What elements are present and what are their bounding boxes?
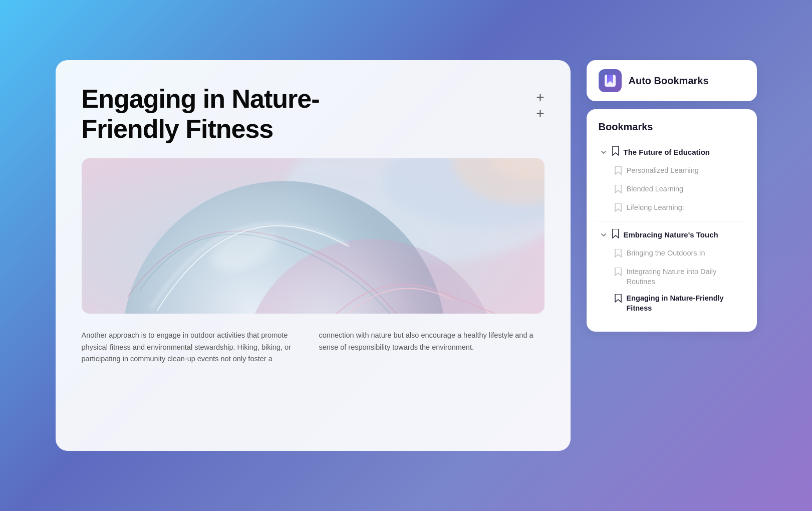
bookmarks-panel-title: Bookmarks	[597, 121, 747, 133]
personalized-learning-label: Personalized Learning	[627, 166, 699, 176]
bookmark-group-nature-header[interactable]: Embracing Nature's Touch	[597, 224, 747, 245]
lifelong-learning-label: Lifelong Learning:	[627, 203, 684, 213]
education-group-label: The Future of Education	[624, 148, 710, 156]
app-icon	[599, 69, 622, 92]
nature-group-label: Embracing Nature's Touch	[624, 230, 718, 239]
card-header: Engaging in Nature-Friendly Fitness + +	[82, 84, 545, 144]
plus-icon-2[interactable]: +	[536, 106, 544, 120]
bookmark-ribbon-icon	[612, 146, 620, 158]
bookmark-item-lifelong-learning[interactable]: Lifelong Learning:	[597, 199, 747, 218]
auto-bookmarks-header: Auto Bookmarks	[587, 60, 757, 101]
bookmark-item-personalized-learning[interactable]: Personalized Learning	[597, 162, 747, 181]
bookmark-group-education: The Future of Education Personalized Lea…	[597, 142, 747, 218]
article-text-left: Another approach is to engage in outdoor…	[82, 330, 307, 366]
article-body: Another approach is to engage in outdoor…	[82, 330, 545, 366]
bookmark-ribbon-icon-pl	[615, 166, 622, 177]
blended-learning-label: Blended Learning	[627, 184, 684, 194]
plus-icon-1[interactable]: +	[536, 90, 544, 104]
bookmark-app-icon	[603, 74, 617, 88]
bookmark-item-integrating-nature[interactable]: Integrating Nature into Daily Routines	[597, 264, 747, 290]
auto-bookmarks-title: Auto Bookmarks	[629, 75, 709, 87]
bookmark-group-nature: Embracing Nature's Touch Bringing the Ou…	[597, 224, 747, 317]
integrating-nature-label: Integrating Nature into Daily Routines	[627, 267, 744, 287]
bringing-outdoors-label: Bringing the Outdoors In	[627, 248, 705, 259]
main-content-card: Engaging in Nature-Friendly Fitness + +	[56, 60, 571, 451]
chevron-down-icon-nature	[600, 231, 608, 239]
bookmark-ribbon-icon-nature	[612, 229, 620, 241]
outer-container: Engaging in Nature-Friendly Fitness + +	[56, 60, 757, 451]
bookmark-ribbon-icon-ll	[615, 203, 622, 214]
article-image	[82, 158, 545, 314]
bookmark-group-education-header[interactable]: The Future of Education	[597, 142, 747, 162]
bookmark-item-bringing-outdoors[interactable]: Bringing the Outdoors In	[597, 245, 747, 264]
engaging-nature-label: Engaging in Nature-Friendly Fitness	[627, 294, 744, 313]
chevron-down-icon	[600, 148, 608, 156]
article-title: Engaging in Nature-Friendly Fitness	[82, 84, 392, 144]
sidebar: Auto Bookmarks Bookmarks The Future of E…	[587, 60, 757, 332]
divider	[597, 221, 747, 221]
bookmark-ribbon-icon-bo	[615, 249, 622, 260]
plus-icons-container: + +	[536, 84, 544, 120]
article-text-right: connection with nature but also encourag…	[319, 330, 545, 366]
bookmark-item-blended-learning[interactable]: Blended Learning	[597, 181, 747, 199]
bookmark-ribbon-icon-en	[615, 294, 622, 305]
bookmark-ribbon-icon-in	[615, 268, 622, 279]
bookmarks-panel: Bookmarks The Future of Education	[587, 109, 757, 332]
bookmark-item-engaging-nature[interactable]: Engaging in Nature-Friendly Fitness	[597, 290, 747, 317]
bookmark-ribbon-icon-bl	[615, 185, 622, 196]
